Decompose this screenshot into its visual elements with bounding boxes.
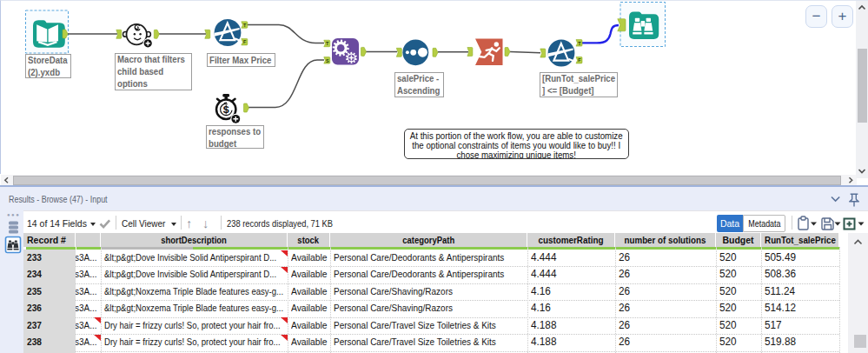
svg-text:S: S [326, 58, 329, 63]
